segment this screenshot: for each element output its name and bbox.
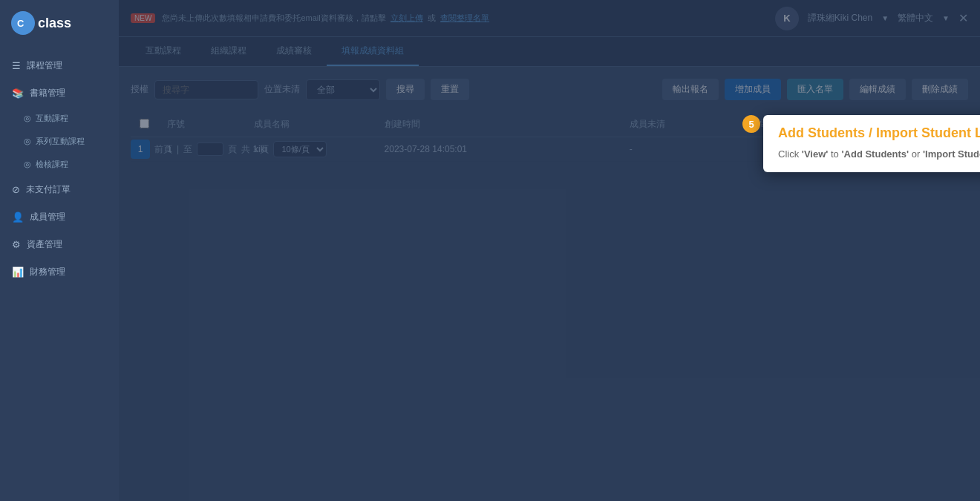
tab-interactive[interactable]: 互動課程 [131, 37, 196, 66]
dot-icon: ◎ [24, 160, 31, 169]
pagination: 1 前頁 | 至 頁 共 1 頁 10條/頁 20條/頁 50條/頁 [131, 140, 327, 159]
current-page-btn[interactable]: 1 [131, 140, 150, 159]
sidebar-sub-label: 系列互動課程 [36, 136, 85, 147]
notice-badge: NEW [131, 13, 155, 23]
col-name: 成員名稱 [245, 112, 376, 137]
sidebar-item-asset-mgmt[interactable]: ⚙ 資產管理 [0, 231, 119, 258]
col-level: 成員未清 [621, 112, 751, 137]
svg-text:C: C [17, 18, 24, 29]
person-icon: 👤 [12, 212, 24, 223]
list-icon: ☰ [12, 60, 21, 71]
export-button[interactable]: 輸出報名 [662, 79, 719, 100]
filter-label-1: 授權 [131, 83, 148, 96]
sidebar-item-label: 財務管理 [30, 266, 65, 278]
sidebar-item-label: 未支付訂單 [26, 183, 71, 196]
sidebar-item-label: 課程管理 [27, 59, 62, 72]
delete-grade-button[interactable]: 刪除成績 [912, 79, 968, 100]
sidebar-item-course-mgmt[interactable]: ☰ 課程管理 [0, 52, 119, 79]
sidebar-item-member-mgmt[interactable]: 👤 成員管理 [0, 203, 119, 231]
sidebar-sub-label: 檢核課程 [36, 159, 68, 170]
logo: C class [11, 11, 71, 35]
avatar: K [775, 7, 799, 30]
tooltip-desc-part1: Click [778, 148, 799, 160]
tooltip-desc-part2: to [831, 148, 839, 160]
edit-grade-button[interactable]: 編輯成績 [849, 79, 906, 100]
book-icon: 📚 [12, 88, 24, 99]
page-label: 頁 [228, 143, 237, 156]
username[interactable]: 譚珠緗Kiki Chen [808, 12, 872, 24]
gear-icon: ⚙ [12, 239, 21, 250]
tab-fill-grade[interactable]: 填報成績資料組 [327, 37, 419, 66]
page-separator: | [177, 144, 179, 154]
tooltip-badge: 5 [742, 115, 760, 133]
notice-sep: 或 [428, 13, 436, 22]
lang-chevron-icon: ▼ [942, 14, 950, 22]
sidebar-item-label: 成員管理 [30, 211, 65, 223]
logo-text: class [38, 16, 71, 31]
level-select[interactable]: 全部 [306, 79, 380, 100]
sidebar-item-series[interactable]: ◎ 系列互動課程 [0, 130, 119, 153]
page-jump-input[interactable] [197, 143, 223, 156]
close-button[interactable]: ✕ [958, 11, 968, 25]
sidebar-item-check-course[interactable]: ◎ 檢核課程 [0, 153, 119, 176]
col-checkbox [131, 112, 158, 137]
col-created: 創建時間 [376, 112, 621, 137]
sidebar-item-finance-mgmt[interactable]: 📊 財務管理 [0, 258, 119, 286]
tooltip-quote3: 'Import Student List' [923, 148, 980, 160]
circle-icon: ⊘ [12, 184, 20, 195]
search-input[interactable] [154, 80, 258, 99]
action-buttons: 輸出報名 增加成員 匯入名單 編輯成績 刪除成績 [662, 79, 968, 100]
sidebar-item-label: 書籍管理 [30, 87, 65, 99]
sidebar: C class ☰ 課程管理 📚 書籍管理 ◎ 互動課程 ◎ 系列互動課程 ◎ … [0, 0, 119, 501]
row-level: - [621, 137, 751, 162]
dot-icon: ◎ [24, 114, 31, 123]
filter-row: 授權 位置未清 全部 搜尋 重置 輸出報名 增加成員 匯入名單 編輯成績 刪除成… [131, 79, 968, 100]
notice-link2[interactable]: 查閱整理名單 [440, 13, 489, 22]
tab-grade-review[interactable]: 成績審核 [261, 37, 327, 66]
reset-button[interactable]: 重置 [431, 79, 469, 100]
notice-link1[interactable]: 立刻上傳 [391, 13, 423, 22]
tooltip-desc: Click 'View' to 'Add Students' or 'Impor… [778, 147, 980, 162]
filter-label-2: 位置未清 [264, 83, 300, 96]
sidebar-sub-label: 互動課程 [36, 113, 68, 124]
avatar-letter: K [783, 13, 790, 24]
total-pages: 共 1 頁 [241, 143, 269, 156]
col-num: 序號 [158, 112, 245, 137]
add-member-button[interactable]: 增加成員 [725, 79, 781, 100]
main-content: NEW 您尚未上傳此次數填報相申請費和委托email資料審核，請點擊 立刻上傳 … [119, 0, 980, 501]
topbar: NEW 您尚未上傳此次數填報相申請費和委托email資料審核，請點擊 立刻上傳 … [119, 0, 980, 37]
tooltip-quote2: 'Add Students' [841, 148, 909, 160]
chart-icon: 📊 [12, 266, 24, 278]
topbar-right: K 譚珠緗Kiki Chen ▼ 繁體中文 ▼ ✕ [775, 7, 968, 30]
import-button[interactable]: 匯入名單 [787, 79, 843, 100]
tooltip-title: Add Students / Import Student List [778, 125, 980, 141]
topbar-notice: NEW 您尚未上傳此次數填報相申請費和委托email資料審核，請點擊 立刻上傳 … [131, 13, 775, 24]
row-created: 2023-07-28 14:05:01 [376, 137, 621, 162]
tab-series[interactable]: 組織課程 [196, 37, 261, 66]
sidebar-item-interactive[interactable]: ◎ 互動課程 [0, 107, 119, 130]
tabs-bar: 互動課程 組織課程 成績審核 填報成績資料組 [119, 37, 980, 67]
sidebar-item-unfinished[interactable]: ⊘ 未支付訂單 [0, 176, 119, 203]
lang-selector[interactable]: 繁體中文 [898, 12, 933, 24]
chevron-down-icon: ▼ [881, 14, 889, 22]
go-label: 至 [183, 143, 192, 156]
tooltip-box: Add Students / Import Student List Click… [763, 115, 980, 172]
search-button[interactable]: 搜尋 [386, 79, 425, 100]
sidebar-item-label: 資產管理 [27, 238, 62, 251]
tooltip-desc-part3: or [912, 148, 921, 160]
tooltip-quote1: 'View' [802, 148, 829, 160]
select-all-checkbox[interactable] [140, 119, 149, 128]
per-page-select[interactable]: 10條/頁 20條/頁 50條/頁 [273, 141, 327, 157]
logo-icon: C [11, 11, 35, 35]
sidebar-item-book-mgmt[interactable]: 📚 書籍管理 [0, 79, 119, 107]
dot-icon: ◎ [24, 137, 31, 146]
prev-page-btn[interactable]: 前頁 [154, 143, 172, 156]
notice-text: 您尚未上傳此次數填報相申請費和委托email資料審核，請點擊 [162, 13, 385, 22]
